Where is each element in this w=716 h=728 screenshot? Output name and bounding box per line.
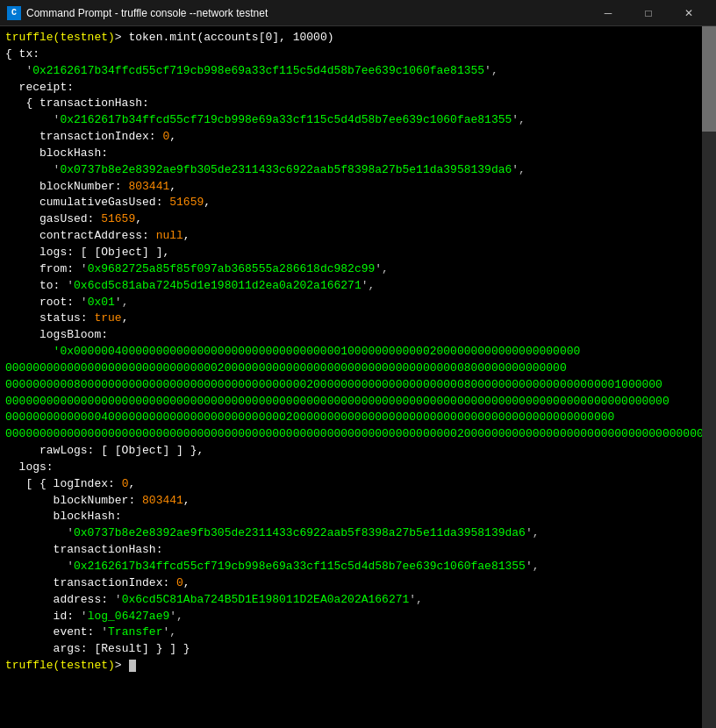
- titlebar: C Command Prompt - truffle console --net…: [0, 0, 716, 26]
- terminal-line: cumulativeGasUsed: 51659,: [5, 195, 704, 211]
- terminal-line: transactionIndex: 0,: [5, 575, 704, 592]
- terminal-line: '0x2162617b34ffcd55cf719cb998e69a33cf115…: [5, 559, 704, 575]
- terminal-line: from: '0x9682725a85f85f097ab368555a28661…: [5, 261, 704, 278]
- terminal-line: args: [Result] } ] }: [5, 641, 704, 658]
- scrollbar[interactable]: [702, 26, 716, 728]
- terminal-line: logs:: [5, 460, 704, 476]
- terminal-prompt-line: truffle(testnet)>: [5, 658, 704, 674]
- scrollbar-thumb[interactable]: [702, 26, 716, 132]
- minimize-button[interactable]: ─: [588, 0, 628, 26]
- cursor: [129, 660, 136, 672]
- terminal-line: transactionHash:: [5, 542, 704, 559]
- terminal-line: receipt:: [5, 80, 704, 96]
- terminal-line: '0x2162617b34ffcd55cf719cb998e69a33cf115…: [5, 112, 704, 129]
- terminal-line: logsBloom:: [5, 327, 704, 344]
- terminal-line: truffle(testnet)> token.mint(accounts[0]…: [5, 30, 704, 46]
- maximize-button[interactable]: □: [628, 0, 669, 26]
- terminal-line: to: '0x6cd5c81aba724b5d1e198011d2ea0a202…: [5, 278, 704, 295]
- titlebar-controls[interactable]: ─ □ ✕: [588, 0, 709, 26]
- terminal-line: gasUsed: 51659,: [5, 211, 704, 228]
- terminal-line: 0000000000000000000000000000000000000000…: [5, 426, 704, 443]
- terminal-line: blockNumber: 803441,: [5, 179, 704, 196]
- titlebar-icon: C: [7, 6, 21, 20]
- terminal-line: '0x0737b8e2e8392ae9fb305de2311433c6922aa…: [5, 162, 704, 179]
- terminal-line: id: 'log_06427ae9',: [5, 609, 704, 625]
- terminal-line: rawLogs: [ [Object] ] },: [5, 443, 704, 460]
- titlebar-title: Command Prompt - truffle console --netwo…: [26, 7, 588, 19]
- terminal-line: status: true,: [5, 310, 704, 327]
- terminal-line: [ { logIndex: 0,: [5, 476, 704, 493]
- terminal-line: '0x0737b8e2e8392ae9fb305de2311433c6922aa…: [5, 525, 704, 542]
- terminal-content: truffle(testnet)> token.mint(accounts[0]…: [5, 30, 704, 674]
- terminal-line: '0x2162617b34ffcd55cf719cb998e69a33cf115…: [5, 63, 704, 80]
- terminal-line: logs: [ [Object] ],: [5, 245, 704, 261]
- terminal-line: 0000000000000000000000000000000000000000…: [5, 394, 704, 410]
- terminal-line: event: 'Transfer',: [5, 625, 704, 641]
- terminal-line: blockHash:: [5, 509, 704, 525]
- close-button[interactable]: ✕: [669, 0, 709, 26]
- terminal-line: blockHash:: [5, 146, 704, 162]
- terminal-line: 0000000000000040000000000000000000000000…: [5, 410, 704, 426]
- terminal-line: root: '0x01',: [5, 295, 704, 311]
- terminal-line: blockNumber: 803441,: [5, 493, 704, 510]
- terminal-line: { tx:: [5, 46, 704, 63]
- terminal-line: { transactionHash:: [5, 96, 704, 112]
- terminal-line: contractAddress: null,: [5, 228, 704, 245]
- terminal-line: 0000000000000000000000000000000200000000…: [5, 360, 704, 377]
- terminal-line: '0x0000004000000000000000000000000000000…: [5, 344, 704, 360]
- terminal-line: 0000000000800000000000000000000000000000…: [5, 377, 704, 394]
- terminal-line: address: '0x6cd5C81Aba724B5D1E198011D2EA…: [5, 592, 704, 609]
- terminal[interactable]: truffle(testnet)> token.mint(accounts[0]…: [0, 26, 716, 728]
- terminal-line: transactionIndex: 0,: [5, 129, 704, 146]
